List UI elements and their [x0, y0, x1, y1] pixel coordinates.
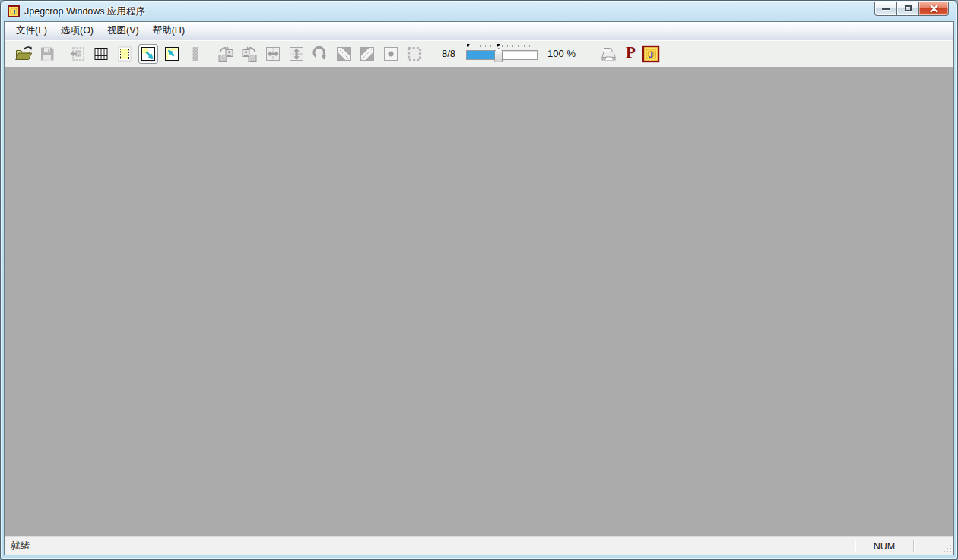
crop-icon: [68, 45, 87, 63]
dashed-frame-button: [404, 44, 424, 64]
save-button: [37, 44, 57, 64]
page-indicator: 8/8: [442, 48, 455, 59]
minimize-icon: [882, 8, 890, 10]
selection-button[interactable]: [115, 44, 135, 64]
crop-button: [68, 44, 87, 64]
transpose-button: [334, 44, 354, 64]
flip-vertical-icon: [287, 45, 306, 63]
p-marker-button[interactable]: P: [626, 45, 636, 61]
close-icon: [929, 5, 939, 13]
resize-grip[interactable]: [941, 537, 953, 555]
rotate-180-icon: [311, 45, 329, 63]
app-icon: J: [8, 5, 20, 17]
menu-file[interactable]: 文件(F): [9, 22, 54, 40]
slider-tick: [518, 45, 519, 47]
rotate-image-right-button: [240, 44, 259, 64]
zoom-fit-icon: [139, 45, 157, 63]
open-button[interactable]: [14, 44, 33, 64]
client-area: [5, 67, 953, 536]
status-bar: 就绪 NUM: [5, 536, 953, 555]
slider-fill: [467, 51, 499, 59]
rotate-image-left-button: [216, 44, 236, 64]
window-controls: [874, 2, 949, 16]
titlebar[interactable]: J Jpegcrop Windows 应用程序: [2, 2, 956, 21]
toolbar-right-group: PJ: [598, 44, 665, 64]
open-icon: [14, 45, 33, 63]
print-button: [598, 44, 618, 64]
slider-tick: [502, 45, 503, 47]
selection-icon: [116, 45, 134, 63]
slider-start-mark: [467, 44, 470, 47]
slider-tick: [490, 45, 491, 47]
separator-bar-icon: [186, 45, 205, 63]
save-icon: [38, 45, 56, 63]
slider-tick: [485, 45, 486, 47]
toolbar-buttons: [14, 44, 428, 64]
minimize-button[interactable]: [874, 2, 897, 16]
slider-tick: [524, 45, 525, 47]
window-body: 文件(F) 选项(O) 视图(V) 帮助(H) 8/8 100 % PJ 就绪: [4, 21, 954, 555]
svg-text:J: J: [649, 48, 654, 59]
flip-horizontal-icon: [264, 45, 282, 63]
slider-ticks: [468, 45, 535, 47]
menu-help[interactable]: 帮助(H): [146, 22, 192, 40]
slider-tick: [474, 45, 474, 47]
window-title: Jpegcrop Windows 应用程序: [24, 5, 145, 18]
zoom-fit-button[interactable]: [138, 44, 158, 64]
transverse-icon: [358, 45, 376, 63]
zoom-level-label: 100 %: [547, 48, 576, 59]
about-icon: J: [642, 45, 660, 63]
zoom-slider[interactable]: [466, 44, 538, 64]
crop-dot-icon: [382, 45, 400, 63]
slider-tick: [496, 45, 496, 47]
rotate-image-left-icon: [217, 45, 235, 63]
close-button[interactable]: [918, 2, 949, 16]
grid-button[interactable]: [91, 44, 111, 64]
transpose-icon: [335, 45, 353, 63]
zoom-actual-button[interactable]: [162, 44, 182, 64]
dashed-frame-icon: [405, 45, 423, 63]
separator-bar-button: [186, 44, 205, 64]
menu-options[interactable]: 选项(O): [54, 22, 100, 40]
slider-tick: [507, 45, 508, 47]
resize-grip-icon: [942, 543, 952, 553]
rotate-180-button: [310, 44, 330, 64]
toolbar: 8/8 100 % PJ: [5, 40, 953, 67]
print-icon: [599, 45, 617, 63]
crop-dot-button: [381, 44, 401, 64]
menu-view[interactable]: 视图(V): [100, 22, 146, 40]
flip-horizontal-button: [263, 44, 283, 64]
maximize-button[interactable]: [896, 2, 919, 16]
status-message: 就绪: [5, 539, 855, 552]
about-button[interactable]: J: [641, 44, 661, 64]
rotate-image-right-icon: [240, 45, 259, 63]
slider-tick: [512, 45, 513, 47]
slider-tick: [529, 45, 530, 47]
slider-position-mark: [497, 44, 500, 47]
menu-bar: 文件(F) 选项(O) 视图(V) 帮助(H): [5, 22, 953, 40]
zoom-actual-icon: [163, 45, 181, 63]
slider-tick: [535, 45, 535, 47]
slider-tick: [480, 45, 481, 47]
flip-vertical-button: [287, 44, 306, 64]
app-window: J Jpegcrop Windows 应用程序 文件(F) 选项(O) 视图(V…: [0, 0, 958, 560]
num-indicator: NUM: [855, 541, 913, 552]
transverse-button: [357, 44, 377, 64]
svg-text:J: J: [12, 8, 16, 16]
status-separator: [913, 540, 914, 552]
maximize-icon: [905, 5, 912, 11]
grid-icon: [92, 45, 110, 63]
